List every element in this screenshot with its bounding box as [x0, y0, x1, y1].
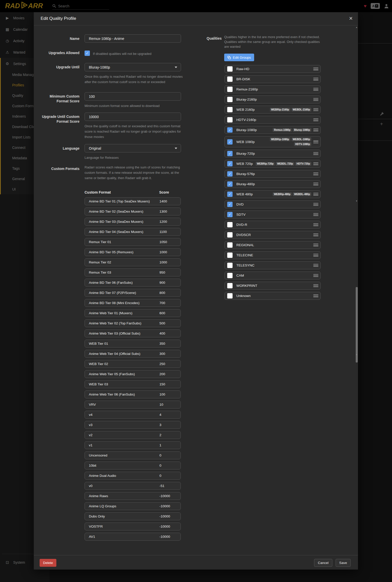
drag-handle-icon[interactable]	[313, 233, 318, 236]
drag-handle-icon[interactable]	[313, 68, 318, 70]
custom-format-score: 1400	[159, 199, 167, 203]
quality-checkbox[interactable]: ✓	[227, 171, 233, 177]
drag-handle-icon[interactable]	[313, 88, 318, 91]
name-input[interactable]: Remux-1080p - Anime	[85, 34, 181, 43]
drag-handle-icon[interactable]	[313, 294, 318, 297]
drag-handle-icon[interactable]	[313, 108, 318, 111]
quality-row[interactable]: ✓ WEB 1080p WEBRip-1080pWEBDL-1080pHDTV-…	[224, 136, 321, 147]
custom-format-row: Anime Web Tier 03 (Official Subs) 400	[85, 329, 181, 337]
quality-checkbox[interactable]	[227, 117, 233, 122]
quality-checkbox[interactable]: ✓	[227, 181, 233, 187]
drag-handle-icon[interactable]	[313, 193, 318, 196]
quality-row[interactable]: WEB 2160p WEBRip-2160pWEBDL-2160p	[224, 106, 321, 114]
until-cfs-input[interactable]: 10000	[85, 113, 181, 121]
quality-row[interactable]: ✓ SDTV	[224, 211, 321, 218]
modal-scrollbar-thumb[interactable]	[356, 287, 358, 363]
drag-handle-icon[interactable]	[313, 244, 318, 246]
quality-row[interactable]: REGIONAL	[224, 241, 321, 249]
quality-row[interactable]: BR-DISK	[224, 75, 321, 83]
quality-checkbox[interactable]	[227, 87, 233, 92]
quality-row[interactable]: ✓ WEB 720p WEBRip-720pWEBDL-720pHDTV-720…	[224, 160, 321, 168]
quality-checkbox[interactable]	[227, 242, 233, 248]
drag-handle-icon[interactable]	[313, 140, 318, 143]
custom-format-name: Anime BD Tier 08 (Mini Encodes)	[85, 301, 140, 305]
drag-handle-icon[interactable]	[313, 274, 318, 277]
quality-row[interactable]: HDTV-2160p	[224, 116, 321, 124]
cancel-button[interactable]: Cancel	[314, 559, 332, 567]
quality-row[interactable]: Remux-2160p	[224, 85, 321, 93]
scroll-down-arrow-icon[interactable]: ▼	[355, 200, 358, 202]
save-button[interactable]: Save	[336, 559, 351, 567]
quality-row[interactable]: Raw-HD	[224, 65, 321, 73]
quality-row[interactable]: ✓ Bluray-576p	[224, 170, 321, 178]
drag-handle-icon[interactable]	[313, 78, 318, 81]
quality-checkbox[interactable]	[227, 273, 233, 278]
quality-row[interactable]: Bluray-2160p	[224, 96, 321, 103]
quality-row[interactable]: ✓ Bluray-480p	[224, 180, 321, 188]
min-cfs-help: Minimum custom format score allowed to d…	[85, 103, 191, 108]
quality-row[interactable]: DVD-R	[224, 221, 321, 229]
custom-format-name: v1	[85, 443, 92, 447]
quality-checkbox[interactable]: ✓	[227, 161, 233, 166]
custom-format-name: Anime LQ Groups	[85, 504, 116, 508]
close-icon[interactable]: ✕	[349, 15, 353, 21]
edit-quality-profile-modal: Edit Quality Profile ✕ Name Remux-1080p …	[34, 12, 358, 570]
quality-row[interactable]: ✓ Bluray-1080p Remux-1080pBluray-1080p	[224, 126, 321, 134]
drag-handle-icon[interactable]	[313, 152, 318, 155]
quality-row[interactable]: ✓ DVD	[224, 200, 321, 208]
drag-handle-icon[interactable]	[313, 223, 318, 226]
delete-button[interactable]: Delete	[40, 559, 56, 567]
quality-row[interactable]: TELECINE	[224, 251, 321, 259]
custom-format-row: Anime Web Tier 05 (FanSubs) 200	[85, 370, 181, 378]
quality-row[interactable]: ✓ Bluray-720p	[224, 150, 321, 158]
quality-row[interactable]: DVDSCR	[224, 231, 321, 239]
custom-format-score: -10000	[159, 504, 170, 508]
drag-handle-icon[interactable]	[313, 129, 318, 131]
quality-checkbox[interactable]	[227, 66, 233, 72]
quality-checkbox[interactable]: ✓	[227, 151, 233, 156]
quality-label: Bluray-576p	[236, 172, 255, 176]
drag-handle-icon[interactable]	[313, 284, 318, 287]
quality-label: WEB 720p	[236, 162, 253, 166]
upgrade-until-select[interactable]: Bluray-1080p	[85, 63, 181, 71]
quality-checkbox[interactable]: ✓	[227, 212, 233, 217]
quality-checkbox[interactable]	[227, 293, 233, 298]
scroll-down-arrow-icon[interactable]: ▼	[355, 354, 358, 356]
drag-handle-icon[interactable]	[313, 118, 318, 121]
quality-row[interactable]: Unknown	[224, 292, 321, 300]
scroll-up-arrow-icon[interactable]: ▲	[355, 26, 358, 28]
drag-handle-icon[interactable]	[313, 254, 318, 257]
drag-handle-icon[interactable]	[313, 98, 318, 101]
quality-checkbox[interactable]: ✓	[227, 127, 233, 133]
custom-format-list: Anime BD Tier 01 (Top SeaDex Muxers) 140…	[85, 197, 181, 541]
custom-format-row: Anime BD Tier 07 (P2P/Scene) 800	[85, 289, 181, 297]
quality-checkbox[interactable]	[227, 222, 233, 227]
drag-handle-icon[interactable]	[313, 264, 318, 267]
min-cfs-input[interactable]: 100	[85, 92, 181, 101]
quality-checkbox[interactable]	[227, 253, 233, 258]
drag-handle-icon[interactable]	[313, 203, 318, 206]
quality-checkbox[interactable]	[227, 232, 233, 238]
edit-groups-button[interactable]: Edit Groups	[224, 54, 254, 61]
quality-row[interactable]: ✓ WEB 480p WEBRip-480pWEBDL-480p	[224, 190, 321, 198]
quality-checkbox[interactable]	[227, 107, 233, 112]
quality-checkbox[interactable]	[227, 263, 233, 268]
quality-checkbox[interactable]: ✓	[227, 139, 233, 145]
quality-group-badges: WEBRip-1080pWEBDL-1080pHDTV-1080p	[257, 137, 311, 146]
drag-handle-icon[interactable]	[313, 213, 318, 216]
custom-format-score: 1100	[159, 230, 167, 234]
quality-row[interactable]: WORKPRINT	[224, 282, 321, 290]
quality-row[interactable]: TELESYNC	[224, 261, 321, 269]
quality-checkbox[interactable]	[227, 283, 233, 288]
drag-handle-icon[interactable]	[313, 183, 318, 185]
custom-format-row: v4 4	[85, 411, 181, 419]
drag-handle-icon[interactable]	[313, 172, 318, 175]
upgrades-allowed-checkbox[interactable]: ✓	[85, 51, 90, 56]
quality-checkbox[interactable]: ✓	[227, 202, 233, 207]
quality-checkbox[interactable]	[227, 97, 233, 102]
quality-checkbox[interactable]	[227, 76, 233, 82]
quality-checkbox[interactable]: ✓	[227, 192, 233, 197]
drag-handle-icon[interactable]	[313, 162, 318, 165]
language-select[interactable]: Original	[85, 144, 181, 152]
quality-row[interactable]: CAM	[224, 272, 321, 279]
